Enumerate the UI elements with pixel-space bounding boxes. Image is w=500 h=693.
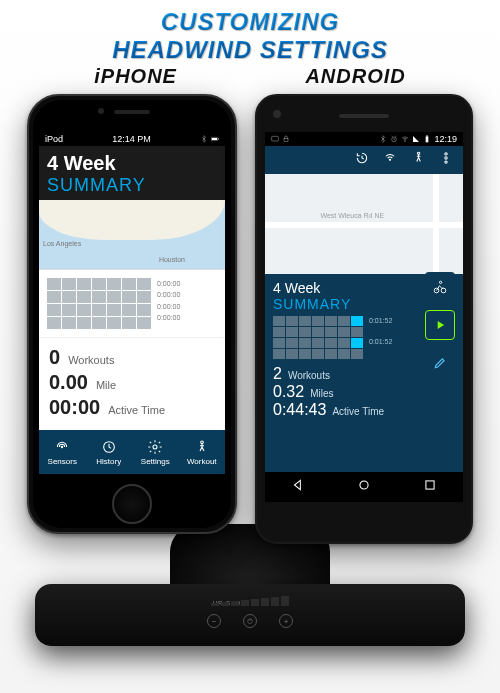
tab-history[interactable]: History: [86, 430, 133, 474]
headwind-mode-label: HR SPD: [213, 600, 242, 606]
map-city-label: Los Angeles: [43, 240, 81, 247]
map-city-label: Houston: [159, 256, 185, 263]
fab-column: [425, 272, 455, 378]
svg-rect-23: [426, 481, 434, 489]
grid-value: 0:01:52: [369, 337, 392, 348]
workouts-label: Workouts: [288, 370, 330, 381]
grid-value-list: 0:00:00 0:00:00 0:00:00 0:00:00: [157, 278, 180, 323]
nav-back-button[interactable]: [291, 478, 305, 496]
history-icon: [101, 439, 117, 455]
distance-label: Miles: [310, 388, 333, 399]
tab-sensors[interactable]: Sensors: [39, 430, 86, 474]
appbar-history-button[interactable]: [355, 151, 369, 169]
svg-point-15: [389, 159, 390, 160]
workouts-value: 0: [49, 346, 60, 369]
distance-value: 0.32: [273, 383, 304, 401]
cyclist-icon: [433, 280, 447, 294]
tab-label: History: [96, 457, 121, 466]
sensors-icon: [383, 151, 397, 165]
cast-icon: [271, 135, 279, 143]
svg-rect-14: [427, 136, 428, 137]
map-road-label: West Wieuca Rd NE: [320, 212, 384, 219]
android-status-bar: 12:19: [265, 132, 463, 146]
activity-grid: [47, 278, 151, 329]
platform-android-label: ANDROID: [305, 65, 405, 88]
headwind-minus-button[interactable]: −: [207, 614, 221, 628]
svg-point-22: [360, 481, 368, 489]
headwind-plus-button[interactable]: +: [279, 614, 293, 628]
nav-home-button[interactable]: [357, 478, 371, 496]
summary-header: 4 Week SUMMARY: [39, 146, 225, 200]
wifi-icon: [401, 135, 409, 143]
activetime-label: Active Time: [108, 404, 165, 416]
appbar-activity-button[interactable]: [411, 151, 425, 169]
platform-row: iPHONE ANDROID: [0, 65, 500, 94]
fab-activity-type[interactable]: [425, 272, 455, 302]
page-headline: CUSTOMIZING HEADWIND SETTINGS: [0, 0, 500, 65]
svg-point-7: [153, 445, 157, 449]
svg-point-18: [445, 157, 447, 159]
grid-value: 0:01:52: [369, 316, 392, 327]
svg-point-5: [62, 446, 63, 447]
summary-title-line1: 4 Week: [47, 152, 217, 175]
android-nav-bar: [265, 472, 463, 502]
sensors-icon: [54, 439, 70, 455]
bluetooth-icon: [200, 135, 208, 143]
svg-point-16: [417, 152, 419, 154]
svg-rect-3: [212, 138, 217, 140]
iphone-frame: iPod 12:14 PM 4 Week SUMMARY Los Angeles…: [27, 94, 237, 534]
svg-point-0: [248, 619, 253, 624]
fab-start[interactable]: [425, 310, 455, 340]
distance-value: 0.00: [49, 371, 88, 394]
history-icon: [355, 151, 369, 165]
tab-label: Sensors: [48, 457, 77, 466]
status-time: 12:14 PM: [112, 134, 151, 144]
more-vert-icon: [439, 151, 453, 165]
battery-icon: [211, 135, 219, 143]
headline-line2: HEADWIND SETTINGS: [0, 36, 500, 64]
ios-status-bar: iPod 12:14 PM: [39, 132, 225, 146]
stats-section: 0Workouts 0.00Mile 00:00Active Time: [39, 338, 225, 429]
map-view[interactable]: Los Angeles Houston: [39, 200, 225, 270]
map-view[interactable]: West Wieuca Rd NE: [265, 174, 463, 274]
workout-icon: [194, 439, 210, 455]
android-frame: 12:19 West Wieuca Rd NE 4 Week SUMMARY: [255, 94, 473, 544]
workouts-label: Workouts: [68, 354, 114, 366]
gear-icon: [147, 439, 163, 455]
svg-point-12: [405, 141, 406, 142]
svg-point-21: [441, 288, 446, 293]
tab-settings[interactable]: Settings: [132, 430, 179, 474]
bluetooth-icon: [379, 135, 387, 143]
headwind-power-button[interactable]: [243, 614, 257, 628]
iphone-home-button[interactable]: [112, 484, 152, 524]
square-recents-icon: [423, 478, 437, 492]
grid-value: 0:00:00: [157, 289, 180, 300]
headwind-led-bars: [211, 596, 289, 606]
svg-point-19: [445, 161, 447, 163]
appbar-more-button[interactable]: [439, 151, 453, 169]
headline-line1: CUSTOMIZING: [0, 8, 500, 36]
status-carrier: iPod: [45, 134, 63, 144]
activetime-value: 0:44:43: [273, 401, 326, 419]
circle-home-icon: [357, 478, 371, 492]
grid-value: 0:00:00: [157, 301, 180, 312]
activetime-value: 00:00: [49, 396, 100, 419]
lock-icon: [282, 135, 290, 143]
appbar-sensors-button[interactable]: [383, 151, 397, 169]
tab-label: Settings: [141, 457, 170, 466]
fab-edit[interactable]: [425, 348, 455, 378]
activetime-label: Active Time: [332, 406, 384, 417]
workouts-value: 2: [273, 365, 282, 383]
platform-iphone-label: iPHONE: [94, 65, 177, 88]
nav-recents-button[interactable]: [423, 478, 437, 496]
android-app-bar: [265, 146, 463, 174]
play-icon: [433, 318, 447, 332]
signal-icon: [412, 135, 420, 143]
svg-rect-13: [426, 137, 429, 143]
svg-point-17: [445, 153, 447, 155]
status-time: 12:19: [434, 134, 457, 144]
ios-tab-bar: Sensors History Settings Workout: [39, 430, 225, 474]
tab-workout[interactable]: Workout: [179, 430, 226, 474]
summary-title-line2: SUMMARY: [47, 175, 217, 196]
grid-value: 0:00:00: [157, 312, 180, 323]
